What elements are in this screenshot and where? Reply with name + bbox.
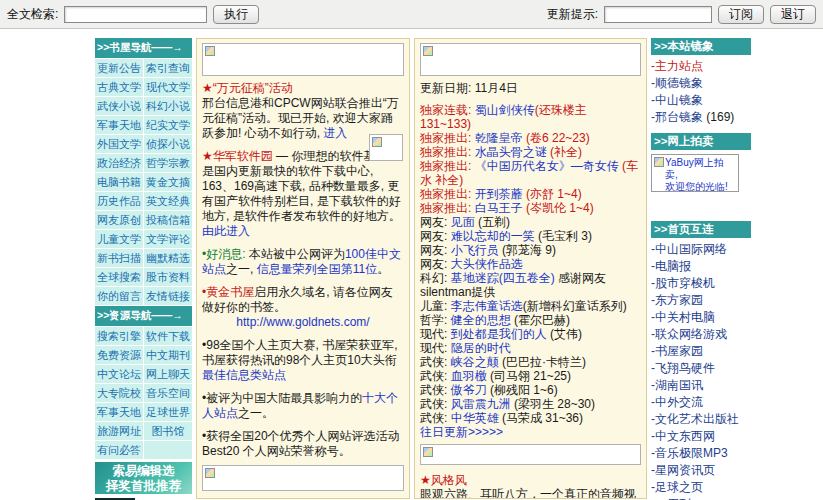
text-link[interactable]: -文化艺术出版社 [651,412,739,426]
text-link[interactable]: 到处都是我们的人 [451,327,547,341]
text-link[interactable]: 进入 [323,126,347,140]
text-link[interactable]: 信息量荣列全国第11位 [257,262,377,276]
nav-link[interactable]: 新书扫描 [95,249,143,267]
nav-link[interactable]: 旅游网址 [95,422,143,440]
inline-promo-image[interactable] [369,134,403,161]
text-link[interactable]: 蜀山剑侠传 [475,103,535,117]
nav-link[interactable]: 股市资料 [144,268,192,286]
nav-link[interactable]: 软件下载 [144,327,192,345]
nav-link[interactable]: 中文论坛 [95,365,143,383]
nav-link[interactable]: 纪实文学 [144,116,192,134]
updates-wide-ad-image[interactable] [420,444,641,465]
nav-link[interactable]: 黄金文摘 [144,173,192,191]
nav-link[interactable]: 网上聊天 [144,365,192,383]
nav-link[interactable]: 索引查询 [144,59,192,77]
text-link[interactable]: 峡谷之颠 [451,355,499,369]
bottom-ad-image[interactable] [202,465,404,491]
text-link[interactable]: 见面 [451,215,475,229]
nav-link[interactable]: 有问必答 [95,441,143,459]
text-link[interactable]: 由此进入 [202,224,250,238]
text-link[interactable]: -湖南国讯 [651,378,703,392]
nav-link[interactable]: 儿童文学 [95,230,143,248]
nav-link[interactable]: 中文期刊 [144,346,192,364]
text-span: 网友: [420,215,451,229]
nav-link[interactable]: 幽默精选 [144,249,192,267]
auction-ad-line1: YaBuy网上拍卖, [665,157,736,181]
text-link[interactable]: 隐居的时代 [451,341,511,355]
soyi-award-banner[interactable]: 索易编辑选 择奖首批推荐 [95,462,192,494]
text-link[interactable]: 难以忘却的一笑 [451,229,535,243]
nav-link[interactable]: 历史作品 [95,192,143,210]
unsubscribe-button[interactable]: 退订 [770,5,816,24]
text-link[interactable]: -中文东西网 [651,429,715,443]
nav-link[interactable]: 全球搜索 [95,268,143,286]
text-link[interactable]: 李志伟童话选 [451,299,523,313]
text-link[interactable]: -电脑报 [651,259,691,273]
text-span: •好消息: [202,247,246,261]
updates-ad-image[interactable] [420,43,641,76]
text-link[interactable]: -东方家园 [651,293,703,307]
text-link[interactable]: http://www.goldnets.com/ [236,315,369,329]
text-link[interactable]: -主力站点 [651,59,703,73]
text-link[interactable]: 血羽檄 [451,369,487,383]
text-link[interactable]: -联众网络游戏 [651,327,727,341]
nav-link[interactable]: 政治经济 [95,154,143,172]
nav-link[interactable]: 投稿信箱 [144,211,192,229]
text-link[interactable]: -飞翔鸟硬件 [651,361,715,375]
text-link[interactable]: 《中国历代名女》—奇女传 [475,159,619,173]
nav-link[interactable]: 友情链接 [144,287,192,305]
nav-link[interactable]: 图书馆 [144,422,192,440]
text-link[interactable]: -书屋家园 [651,344,703,358]
nav-link[interactable]: 科幻小说 [144,97,192,115]
update-alert-input[interactable] [604,6,712,23]
subscribe-button[interactable]: 订阅 [718,5,764,24]
nav-link[interactable]: 军事天地 [95,116,143,134]
nav-link[interactable]: 军事天地 [95,403,143,421]
left-sidebar: >>书屋导航——→ 更新公告索引查询古典文学现代文学武侠小说科幻小说军事天地纪实… [95,38,192,500]
nav-link[interactable]: 大专院校 [95,384,143,402]
text-link[interactable]: 水晶头骨之谜 [475,145,547,159]
text-link[interactable]: 往日更新>>>>> [420,425,503,439]
text-link[interactable]: 健全的思想 [451,313,511,327]
nav-link[interactable]: 足球世界 [144,403,192,421]
nav-link[interactable]: 免费资源 [95,346,143,364]
text-link[interactable]: 傲爷刀 [451,383,487,397]
execute-button[interactable]: 执行 [213,5,259,24]
text-link[interactable]: 大头侠作品选 [451,257,523,271]
text-link[interactable]: 乾隆皇帝 [475,131,523,145]
text-link[interactable]: 中华英雄 [451,411,499,425]
nav-link[interactable]: 武侠小说 [95,97,143,115]
yabuy-auction-ad[interactable]: YaBuy网上拍卖, 欢迎您的光临! [651,154,739,192]
text-link[interactable]: 白马王子 [475,201,523,215]
text-link[interactable]: 基地迷踪(四五卷全) [451,271,555,285]
ad-banner-image[interactable] [202,43,404,76]
text-link[interactable]: 最佳信息类站点 [202,368,286,382]
nav-link[interactable]: 文学评论 [144,230,192,248]
text-link[interactable]: -中关村电脑 [651,310,715,324]
nav-link[interactable]: 哲学宗教 [144,154,192,172]
nav-link[interactable]: 侦探小说 [144,135,192,153]
text-link[interactable]: -中外交流 [651,395,703,409]
text-link[interactable]: -中山国际网络 [651,242,727,256]
fulltext-search-input[interactable] [64,6,207,23]
text-link[interactable]: -顺德镜象 [651,76,703,90]
nav-link[interactable]: 音乐空间 [144,384,192,402]
text-link[interactable]: -足球之页 [651,480,703,494]
text-link[interactable]: 开到荼蘼 [475,187,523,201]
nav-link[interactable]: 更新公告 [95,59,143,77]
nav-link[interactable]: 现代文学 [144,78,192,96]
nav-link[interactable]: 电脑书籍 [95,173,143,191]
nav-link[interactable]: 古典文学 [95,78,143,96]
nav-link[interactable]: 英文经典 [144,192,192,210]
nav-link[interactable]: 网友原创 [95,211,143,229]
text-link[interactable]: 风雷震九洲 [451,397,511,411]
nav-link[interactable]: 外国文学 [95,135,143,153]
text-link[interactable]: -中山镜象 [651,93,703,107]
nav-link[interactable]: 你的留言 [95,287,143,305]
text-link[interactable]: -星网资讯页 [651,463,715,477]
text-link[interactable]: -音乐极限MP3 [651,446,728,460]
nav-link[interactable]: 搜索引擎 [95,327,143,345]
text-link[interactable]: -邢台镜象 [651,110,703,124]
text-link[interactable]: -股市穿梭机 [651,276,715,290]
text-link[interactable]: 小飞行员 [451,243,499,257]
